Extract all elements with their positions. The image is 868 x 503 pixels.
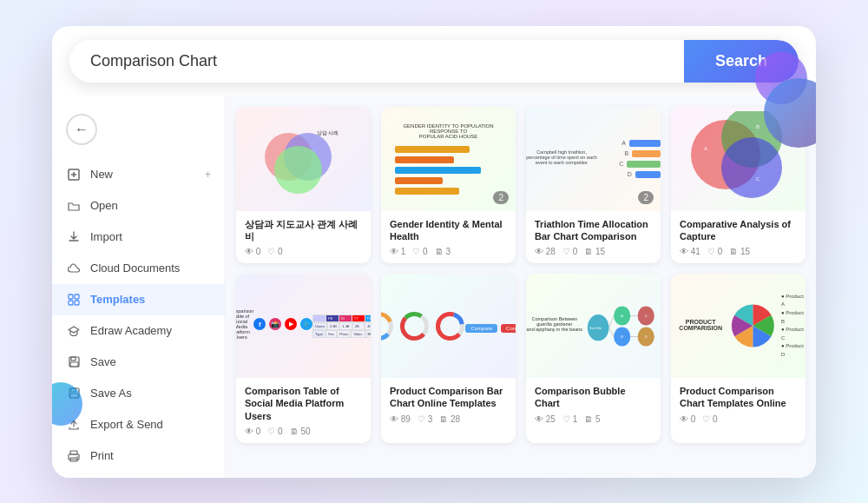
save-label: Save (90, 355, 116, 368)
views-2: 👁 1 (390, 247, 405, 256)
thumb-2: GENDER IDENTITY TO POPULATION RESPONSE T… (381, 107, 516, 211)
card-title-2: Gender Identity & Mental Health (390, 218, 507, 243)
comments-2: 🗎 3 (435, 247, 450, 256)
card-info-7: Comparison Bubble Chart 👁 25 ♡ 1 🗎 5 (526, 378, 661, 431)
open-label: Open (90, 199, 118, 212)
templates-label: Templates (90, 293, 145, 306)
comments-4: 🗎 15 (729, 247, 750, 256)
new-plus: + (205, 169, 211, 181)
likes-5: ♡ 0 (267, 427, 282, 436)
cloud-label: Cloud Documents (90, 261, 180, 275)
thumb-5: Comparison Table of Social Media Platfor… (236, 274, 371, 378)
svg-point-19 (721, 137, 782, 198)
sidebar-item-templates[interactable]: Templates (52, 284, 225, 315)
sidebar-item-open[interactable]: Open (52, 190, 225, 222)
bar-label-3-1: A (597, 140, 626, 146)
sidebar-item-import[interactable]: Import (52, 222, 225, 253)
card-info-8: Product Comparison Chart Templates Onlin… (671, 378, 806, 431)
likes-8: ♡ 0 (702, 414, 717, 424)
svg-rect-9 (70, 362, 78, 367)
thumb-1: 상담 사례 (236, 107, 371, 211)
views-3: 👁 28 (535, 247, 556, 256)
search-bar: Search (69, 40, 799, 83)
templates-icon (66, 292, 82, 308)
print-label: Print (90, 449, 114, 462)
sidebar-item-print[interactable]: Print (52, 440, 225, 472)
card-info-2: Gender Identity & Mental Health 👁 1 ♡ 0 … (381, 211, 516, 264)
likes-4: ♡ 0 (707, 247, 722, 256)
svg-rect-6 (75, 301, 79, 305)
bubble-svg: Guerilla A B C D (583, 294, 661, 359)
comments-3: 🗎 15 (584, 247, 605, 256)
venn-diagram-1: 상담 사례 (265, 129, 343, 189)
card-title-5: Comparison Table of Social Media Platfor… (245, 385, 362, 422)
saveas-label: Save As (90, 387, 132, 400)
comments-5: 🗎 50 (290, 427, 311, 436)
thumb-7: Comparison Between guerilla gardenerand … (526, 274, 661, 378)
card-info-3: Triathlon Time Allocation Bar Chart Comp… (526, 211, 661, 264)
sidebar-item-cloud[interactable]: Cloud Documents (52, 253, 225, 284)
sidebar-item-new[interactable]: New + (52, 159, 225, 190)
new-label: New (90, 168, 113, 181)
card-info-6: Product Comparison Bar Chart Online Temp… (381, 378, 516, 431)
academy-label: Edraw Academy (90, 324, 172, 337)
card-stats-2: 👁 1 ♡ 0 🗎 3 (390, 247, 507, 256)
print-icon (66, 448, 82, 464)
sidebar-item-academy[interactable]: Edraw Academy (52, 315, 225, 347)
card-title-3: Triathlon Time Allocation Bar Chart Comp… (535, 218, 652, 243)
comments-6: 🗎 28 (439, 414, 460, 424)
thumb-8: PRODUCT COMPARISION (671, 274, 806, 378)
bar-chart-2: GENDER IDENTITY TO POPULATION RESPONSE T… (395, 123, 503, 195)
template-card-7[interactable]: Comparison Between guerilla gardenerand … (526, 274, 661, 443)
card-title-6: Product Comparison Bar Chart Online Temp… (390, 385, 507, 410)
svg-text:C: C (644, 313, 647, 317)
templates-area: 상담 사례 상담과 지도교사 관계 사례 비 👁 0 ♡ 0 (226, 96, 816, 478)
likes-3: ♡ 0 (562, 247, 577, 256)
views-6: 👁 89 (390, 414, 411, 424)
card-title-1: 상담과 지도교사 관계 사례 비 (245, 218, 362, 243)
views-8: 👁 0 (680, 414, 695, 424)
card-info-5: Comparison Table of Social Media Platfor… (236, 378, 371, 443)
card-title-8: Product Comparison Chart Templates Onlin… (680, 385, 797, 410)
svg-text:B: B (621, 334, 623, 339)
template-card-1[interactable]: 상담 사례 상담과 지도교사 관계 사례 비 👁 0 ♡ 0 (236, 107, 371, 264)
views-5: 👁 0 (245, 427, 260, 436)
thumb-6: Comparison (381, 274, 516, 378)
template-card-2[interactable]: GENDER IDENTITY TO POPULATION RESPONSE T… (381, 107, 516, 264)
template-card-5[interactable]: Comparison Table of Social Media Platfor… (236, 274, 371, 443)
likes-2: ♡ 0 (412, 247, 427, 256)
card-stats-8: 👁 0 ♡ 0 (680, 414, 797, 424)
back-button[interactable]: ← (52, 107, 225, 152)
back-circle[interactable]: ← (66, 114, 97, 145)
svg-text:D: D (644, 334, 647, 339)
svg-text:B: B (756, 124, 760, 129)
svg-rect-5 (69, 301, 73, 305)
open-icon (66, 198, 82, 214)
svg-text:A: A (704, 146, 707, 151)
card-info-4: Comparative Analysis of Capture 👁 41 ♡ 0… (671, 211, 806, 264)
views-1: 👁 0 (245, 247, 260, 256)
academy-icon (66, 323, 82, 339)
comments-7: 🗎 5 (584, 414, 600, 424)
thumb-3: Campbell high triathlon, percentage of t… (526, 107, 661, 211)
card-stats-1: 👁 0 ♡ 0 (245, 247, 362, 256)
likes-1: ♡ 0 (267, 247, 282, 256)
svg-text:A: A (621, 313, 623, 317)
card-info-1: 상담과 지도교사 관계 사례 비 👁 0 ♡ 0 (236, 211, 371, 264)
card-title-4: Comparative Analysis of Capture (680, 218, 797, 243)
card-stats-5: 👁 0 ♡ 0 🗎 50 (245, 427, 362, 436)
templates-grid: 상담 사례 상담과 지도교사 관계 사례 비 👁 0 ♡ 0 (236, 107, 806, 443)
card-stats-7: 👁 25 ♡ 1 🗎 5 (535, 414, 652, 424)
template-card-8[interactable]: PRODUCT COMPARISION (671, 274, 806, 443)
search-input[interactable] (69, 40, 684, 83)
bar-chart-3: A B C D (597, 140, 661, 178)
template-card-6[interactable]: Comparison (381, 274, 516, 443)
import-icon (66, 229, 82, 245)
likes-6: ♡ 3 (418, 414, 432, 424)
svg-point-16 (76, 456, 78, 458)
svg-line-38 (608, 328, 614, 336)
views-7: 👁 25 (535, 414, 556, 424)
template-card-3[interactable]: Campbell high triathlon, percentage of t… (526, 107, 661, 264)
card-stats-4: 👁 41 ♡ 0 🗎 15 (680, 247, 797, 256)
sidebar-item-save[interactable]: Save (52, 347, 225, 378)
